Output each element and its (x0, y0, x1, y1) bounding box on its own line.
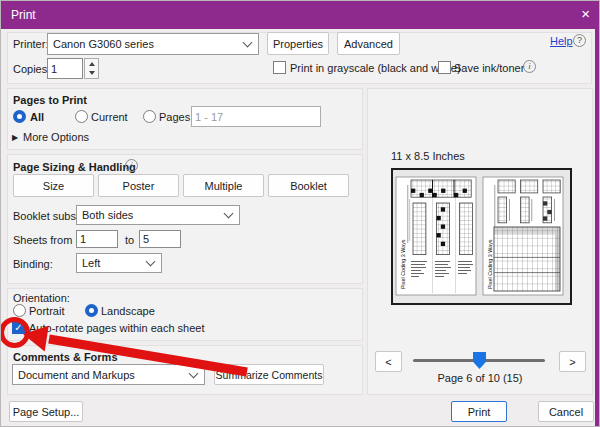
window-border-right (595, 1, 599, 426)
radio-landscape[interactable] (85, 304, 98, 317)
print-dialog: Print × Printer: Canon G3060 series Prop… (0, 0, 600, 427)
radio-landscape-label: Landscape (101, 305, 155, 317)
comments-forms-heading: Comments & Forms (13, 351, 118, 363)
page-info: Page 6 of 10 (15) (367, 372, 593, 384)
stepper-up-icon[interactable] (85, 59, 98, 69)
radio-all-label: All (30, 111, 44, 123)
printer-select[interactable]: Canon G3060 series (47, 33, 259, 55)
save-ink-label: Save ink/toner (454, 62, 524, 74)
grayscale-checkbox[interactable] (273, 61, 286, 74)
properties-button[interactable]: Properties (267, 32, 329, 55)
more-options-toggle[interactable]: More Options (23, 131, 89, 143)
advanced-button[interactable]: Advanced (337, 32, 400, 55)
save-ink-checkbox[interactable] (438, 61, 451, 74)
radio-all[interactable] (13, 110, 26, 123)
preview-doc-title: Pixel Coding 3 Ways (400, 239, 406, 289)
booklet-button[interactable]: Booklet (268, 174, 349, 197)
preview-size-label: 11 x 8.5 Inches (391, 150, 465, 162)
annotation-circle (0, 317, 30, 348)
chevron-down-icon (243, 38, 253, 48)
comments-forms-value: Document and Markups (18, 369, 135, 381)
printer-value: Canon G3060 series (53, 38, 154, 50)
close-icon[interactable]: × (581, 5, 590, 23)
size-button[interactable]: Size (13, 174, 94, 197)
radio-pages[interactable] (143, 110, 156, 123)
binding-label: Binding: (13, 258, 53, 270)
expander-arrow-icon[interactable]: ▶ (12, 133, 18, 142)
grayscale-label: Print in grayscale (black and white) (290, 62, 461, 74)
pages-to-print-heading: Pages to Print (13, 94, 87, 106)
binding-select[interactable]: Left (76, 253, 162, 273)
help-question-icon[interactable]: ? (573, 34, 586, 47)
title-bar: Print × (1, 1, 599, 29)
chevron-down-icon (224, 209, 234, 219)
booklet-subset-value: Both sides (82, 209, 133, 221)
chevron-down-icon (189, 368, 199, 378)
page-setup-button[interactable]: Page Setup... (9, 401, 83, 422)
radio-current[interactable] (75, 110, 88, 123)
sheets-from-input[interactable] (76, 230, 118, 248)
page-sizing-heading: Page Sizing & Handling (13, 161, 136, 173)
booklet-subset-select[interactable]: Both sides (76, 205, 240, 225)
orientation-heading: Orientation: (13, 292, 70, 304)
print-button[interactable]: Print (451, 401, 507, 422)
sheets-to-input[interactable] (139, 230, 181, 248)
info-icon[interactable]: i (125, 159, 138, 172)
sheets-from-label: Sheets from (13, 234, 72, 246)
dialog-title: Print (11, 8, 36, 22)
prev-page-button[interactable]: < (375, 351, 402, 372)
summarize-comments-button[interactable]: Summarize Comments (214, 364, 324, 385)
next-page-button[interactable]: > (559, 351, 586, 372)
cancel-button[interactable]: Cancel (538, 401, 594, 422)
stepper-down-icon[interactable] (85, 69, 98, 79)
comments-forms-select[interactable]: Document and Markups (12, 364, 205, 385)
radio-portrait[interactable] (13, 304, 26, 317)
copies-label: Copies: (13, 63, 50, 75)
copies-input[interactable] (47, 58, 83, 79)
info-icon[interactable]: i (523, 60, 536, 73)
page-range-input[interactable] (191, 106, 321, 127)
binding-value: Left (82, 257, 100, 269)
preview-doc-title: Pixel Coding 3 Ways (487, 239, 493, 289)
help-link[interactable]: Help (550, 35, 573, 47)
chevron-down-icon (146, 257, 156, 267)
auto-rotate-label: Auto-rotate pages within each sheet (29, 322, 205, 334)
to-label: to (125, 234, 134, 246)
radio-portrait-label: Portrait (29, 305, 64, 317)
multiple-button[interactable]: Multiple (183, 174, 264, 197)
radio-pages-label: Pages (159, 111, 190, 123)
radio-current-label: Current (91, 111, 128, 123)
print-preview-thumbnail: Pixel Coding 3 Ways (391, 168, 572, 305)
poster-button[interactable]: Poster (98, 174, 179, 197)
copies-stepper[interactable] (84, 58, 99, 79)
printer-label: Printer: (13, 38, 48, 50)
